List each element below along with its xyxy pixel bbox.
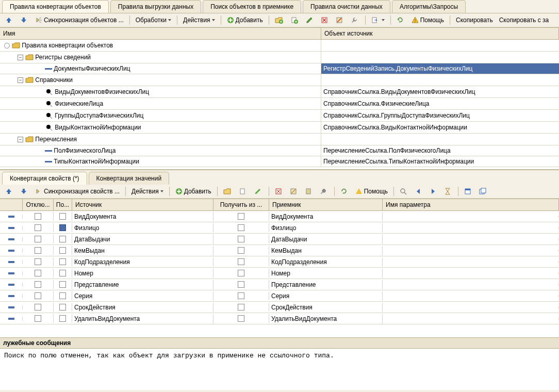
new-item-button[interactable]	[289, 15, 302, 25]
tree-row-item[interactable]: ВидыКонтактнойИнформации СправочникСсылк…	[0, 122, 559, 134]
po-checkbox[interactable]	[59, 292, 66, 299]
prop-row[interactable]: ВидДокументаВидДокумента	[0, 211, 559, 222]
tree-row-catalogs[interactable]: − Справочники	[0, 74, 559, 86]
param-cell[interactable]	[383, 250, 559, 252]
getfrom-checkbox[interactable]	[238, 292, 244, 299]
export-dropdown[interactable]	[369, 15, 387, 25]
prop-row[interactable]: УдалитьВидДокументаУдалитьВидДокумента	[0, 313, 559, 324]
actions-dropdown[interactable]: Действия	[129, 187, 166, 196]
target-cell[interactable]: КодПодразделения	[269, 257, 383, 267]
po-checkbox[interactable]	[59, 247, 66, 254]
disabled-checkbox[interactable]	[35, 315, 41, 322]
move-down-button[interactable]	[18, 15, 31, 25]
paste-button[interactable]	[303, 187, 316, 196]
tab-search-receiver[interactable]: Поиск объектов в приемнике	[203, 0, 301, 13]
getfrom-checkbox[interactable]	[238, 213, 244, 220]
wrench-button[interactable]	[318, 187, 331, 196]
param-cell[interactable]	[383, 295, 559, 297]
param-cell[interactable]	[383, 284, 559, 286]
target-cell[interactable]: ДатаВыдачи	[269, 235, 383, 244]
getfrom-checkbox[interactable]	[238, 236, 244, 242]
refresh-button[interactable]	[338, 187, 351, 196]
param-cell[interactable]	[383, 261, 559, 263]
props-table[interactable]: ВидДокументаВидДокументаФизлицоФизлицоДа…	[0, 211, 559, 337]
tab-rules-export[interactable]: Правила выгрузки данных	[110, 0, 201, 13]
col-po[interactable]: По...	[54, 199, 72, 210]
source-cell[interactable]: КемВыдан	[72, 246, 213, 255]
target-cell[interactable]: ВидДокумента	[269, 212, 383, 221]
prop-row[interactable]: СрокДействияСрокДействия	[0, 302, 559, 313]
tree-row-item[interactable]: ПолФизическогоЛица ПеречислениеСсылка.По…	[0, 145, 559, 156]
param-cell[interactable]	[383, 306, 559, 308]
tree-row-registers[interactable]: − Регистры сведений	[0, 52, 559, 63]
disabled-checkbox[interactable]	[35, 270, 41, 276]
col-name[interactable]: Имя	[0, 28, 321, 39]
target-cell[interactable]: Представление	[269, 280, 383, 289]
disabled-checkbox[interactable]	[35, 213, 41, 220]
add-button[interactable]: Добавить	[173, 187, 213, 196]
tab-props-conversion[interactable]: Конвертация свойств (*)	[2, 172, 87, 185]
param-cell[interactable]	[383, 318, 559, 320]
target-cell[interactable]: Номер	[269, 269, 383, 278]
source-cell[interactable]: Представление	[72, 280, 213, 289]
edit-button[interactable]	[304, 15, 317, 25]
prop-row[interactable]: КодПодразделенияКодПодразделения	[0, 256, 559, 268]
window2-button[interactable]	[477, 187, 490, 196]
target-cell[interactable]: СрокДействия	[269, 303, 383, 312]
prop-row[interactable]: СерияСерия	[0, 290, 559, 302]
new-folder-button[interactable]	[221, 187, 235, 196]
tree-row-root[interactable]: Правила конвертации объектов	[0, 40, 559, 52]
tree-row-item[interactable]: ГруппыДоступаФизическихЛиц СправочникСсы…	[0, 110, 559, 122]
search-button[interactable]	[398, 187, 410, 196]
source-cell[interactable]: УдалитьВидДокумента	[72, 314, 213, 323]
getfrom-checkbox[interactable]	[238, 270, 244, 276]
tab-algorithms[interactable]: Алгоритмы\Запросы	[392, 0, 466, 13]
disable-button[interactable]	[334, 15, 347, 25]
disabled-checkbox[interactable]	[35, 258, 41, 265]
tree-row-documents[interactable]: ДокументыФизическихЛиц РегистрСведенийЗа…	[0, 63, 559, 74]
disable-button[interactable]	[288, 187, 301, 196]
delete-button[interactable]	[273, 187, 286, 196]
col-target[interactable]: Приемник	[269, 199, 383, 210]
disabled-checkbox[interactable]	[35, 247, 41, 254]
sync-objects-button[interactable]: Синхронизация объектов ...	[33, 15, 126, 25]
getfrom-checkbox[interactable]	[238, 281, 244, 288]
refresh-button[interactable]	[394, 15, 407, 25]
copy-button[interactable]: Скопировать	[454, 15, 495, 25]
move-down-button[interactable]	[18, 187, 31, 196]
prev-button[interactable]	[413, 187, 425, 196]
param-cell[interactable]	[383, 216, 559, 218]
param-cell[interactable]	[383, 227, 559, 229]
disabled-checkbox[interactable]	[35, 224, 41, 231]
getfrom-checkbox[interactable]	[238, 315, 244, 322]
po-checkbox[interactable]	[59, 224, 66, 231]
col-disabled[interactable]: Отклю...	[23, 199, 54, 210]
target-cell[interactable]: КемВыдан	[269, 246, 383, 255]
source-cell[interactable]: Физлицо	[72, 223, 213, 233]
tree-row-item[interactable]: ФизическиеЛица СправочникСсылка.Физическ…	[0, 98, 559, 110]
disabled-checkbox[interactable]	[35, 236, 41, 242]
source-cell[interactable]: СрокДействия	[72, 303, 213, 312]
collapse-icon[interactable]: −	[18, 137, 23, 142]
processing-dropdown[interactable]: Обработки	[134, 15, 173, 25]
param-cell[interactable]	[383, 272, 559, 274]
copy-with-button[interactable]: Скопировать с за	[497, 15, 551, 25]
po-checkbox[interactable]	[59, 213, 66, 220]
target-cell[interactable]: Серия	[269, 291, 383, 301]
po-checkbox[interactable]	[59, 258, 66, 265]
help-button[interactable]: Помощь	[353, 187, 390, 196]
po-checkbox[interactable]	[59, 281, 66, 288]
tab-rules-conversion[interactable]: Правила конвертации объектов	[2, 0, 109, 13]
getfrom-checkbox[interactable]	[238, 224, 244, 231]
po-checkbox[interactable]	[59, 304, 66, 311]
tab-values-conversion[interactable]: Конвертация значений	[89, 172, 170, 185]
getfrom-checkbox[interactable]	[238, 247, 244, 254]
tree-row-item[interactable]: ВидыДокументовФизическихЛиц СправочникСс…	[0, 86, 559, 98]
wrench-button[interactable]	[349, 15, 361, 25]
source-cell[interactable]: Номер	[72, 269, 213, 278]
move-up-button[interactable]	[3, 15, 16, 25]
new-folder-button[interactable]	[273, 15, 287, 25]
prop-row[interactable]: ФизлицоФизлицо	[0, 222, 559, 234]
actions-dropdown[interactable]: Действия	[181, 15, 217, 25]
po-checkbox[interactable]	[59, 236, 66, 242]
